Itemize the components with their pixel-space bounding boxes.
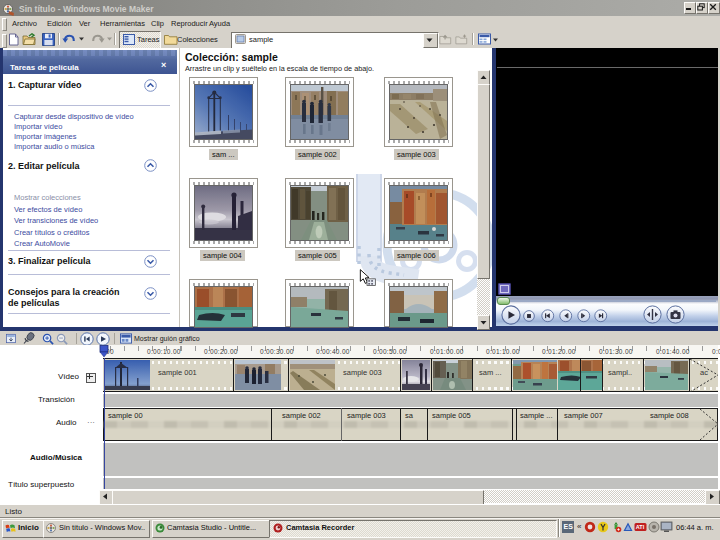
svg-text:ATI: ATI	[636, 524, 645, 530]
